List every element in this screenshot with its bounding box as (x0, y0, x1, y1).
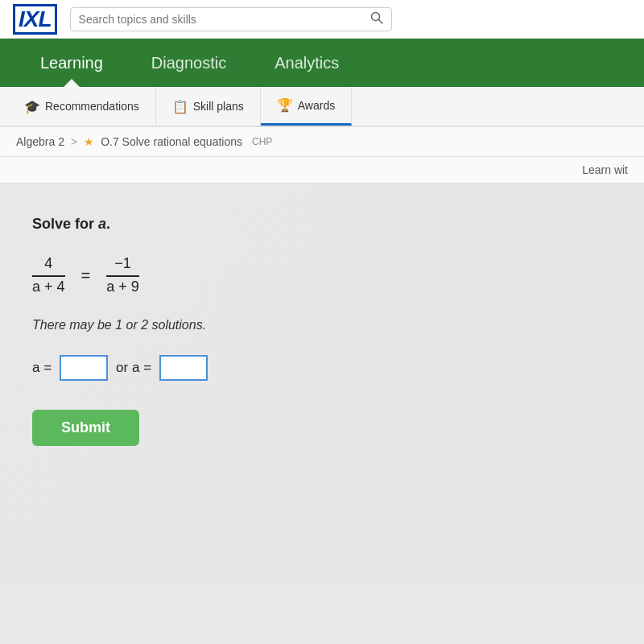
top-bar: IXL (0, 0, 644, 39)
sub-nav: 🎓 Recommendations 📋 Skill plans 🏆 Awards (0, 87, 644, 127)
nav-item-diagnostic[interactable]: Diagnostic (127, 39, 250, 87)
awards-icon: 🏆 (277, 97, 293, 113)
rhs-denominator: a + 9 (106, 275, 139, 295)
main-content: Solve for a. 4 a + 4 = −1 a + 9 There ma… (0, 184, 644, 586)
breadcrumb-star-icon: ★ (84, 135, 94, 148)
logo: IXL (13, 4, 57, 35)
search-icon (370, 11, 383, 27)
learn-with-bar: Learn wit (0, 157, 644, 184)
answer-input-1[interactable] (60, 355, 108, 381)
equation: 4 a + 4 = −1 a + 9 (32, 255, 612, 295)
answer-label-2: or a = (116, 360, 151, 376)
subnav-recommendations[interactable]: 🎓 Recommendations (8, 87, 156, 126)
svg-line-1 (378, 19, 382, 23)
nav-item-learning[interactable]: Learning (16, 39, 127, 87)
lhs-denominator: a + 4 (32, 275, 65, 295)
answer-input-2[interactable] (159, 355, 208, 381)
lhs-fraction: 4 a + 4 (32, 255, 65, 295)
breadcrumb-subject: Algebra 2 (16, 135, 64, 148)
skill-plans-icon: 📋 (172, 99, 188, 114)
equals-sign: = (81, 266, 91, 285)
problem-note: There may be 1 or 2 solutions. (32, 318, 612, 332)
rhs-fraction: −1 a + 9 (106, 255, 139, 295)
nav-item-analytics[interactable]: Analytics (250, 39, 363, 87)
subnav-skill-plans[interactable]: 📋 Skill plans (156, 87, 261, 126)
lhs-numerator: 4 (44, 255, 52, 274)
breadcrumb-skill: O.7 Solve rational equations (101, 135, 242, 148)
breadcrumb: Algebra 2 > ★ O.7 Solve rational equatio… (0, 127, 644, 157)
problem-variable: a (98, 216, 106, 232)
subnav-awards[interactable]: 🏆 Awards (261, 87, 352, 126)
answer-label-1: a = (32, 360, 52, 376)
rhs-numerator: −1 (114, 255, 131, 274)
search-bar[interactable] (70, 7, 392, 31)
problem-instruction: Solve for a. (32, 216, 612, 233)
breadcrumb-tag: CHP (252, 136, 272, 147)
answer-row: a = or a = (32, 355, 612, 381)
nav-bar: Learning Diagnostic Analytics (0, 39, 644, 87)
breadcrumb-separator: > (71, 135, 77, 148)
recommendations-icon: 🎓 (24, 99, 40, 114)
search-input[interactable] (79, 13, 365, 26)
submit-button[interactable]: Submit (32, 410, 139, 446)
